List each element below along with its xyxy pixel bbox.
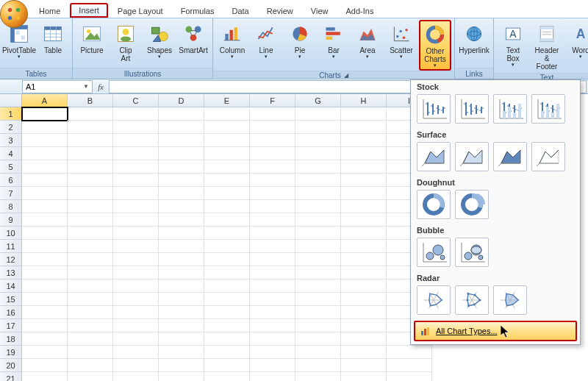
cell[interactable] [159, 266, 204, 279]
smartart-button[interactable]: SmartArt [177, 20, 209, 57]
cell[interactable] [22, 359, 68, 372]
cell[interactable] [204, 253, 250, 266]
row-header[interactable]: 2 [0, 121, 22, 134]
cell[interactable] [22, 332, 68, 346]
cell[interactable] [250, 227, 295, 240]
cell[interactable] [159, 319, 204, 332]
row-header[interactable]: 19 [0, 346, 22, 359]
row-header[interactable]: 14 [0, 279, 22, 293]
column-header[interactable]: B [68, 94, 113, 107]
cell[interactable] [204, 147, 250, 160]
chart-type-stock-2[interactable] [493, 94, 527, 124]
cell[interactable] [159, 240, 204, 253]
clip-art-button[interactable]: Clip Art [110, 20, 142, 65]
cell[interactable] [295, 319, 341, 332]
cell[interactable] [204, 134, 250, 147]
cell[interactable] [113, 319, 159, 332]
cell[interactable] [250, 319, 295, 332]
cell[interactable] [250, 187, 295, 200]
line-button[interactable]: Line▾ [250, 20, 282, 61]
cell[interactable] [250, 213, 295, 227]
cell[interactable] [341, 266, 387, 279]
cell[interactable] [22, 346, 68, 359]
name-box[interactable]: A1 ▼ [22, 80, 93, 93]
cell[interactable] [387, 346, 432, 359]
cell[interactable] [68, 306, 113, 319]
column-header[interactable]: E [204, 94, 250, 107]
insert-function-button[interactable]: fx [93, 82, 109, 91]
cell[interactable] [22, 160, 68, 174]
cell[interactable] [113, 240, 159, 253]
cell[interactable] [204, 227, 250, 240]
cell[interactable] [113, 293, 159, 306]
chart-type-surface-0[interactable] [417, 142, 451, 171]
cell[interactable] [204, 174, 250, 187]
cell[interactable] [113, 121, 159, 134]
all-chart-types-button[interactable]: All Chart Types... [414, 321, 577, 341]
cell[interactable] [250, 200, 295, 213]
tab-review[interactable]: Review [259, 3, 301, 18]
tab-insert[interactable]: Insert [70, 3, 108, 18]
cell[interactable] [68, 200, 113, 213]
cell[interactable] [204, 107, 250, 121]
cell[interactable] [295, 332, 341, 346]
cell[interactable] [159, 174, 204, 187]
scatter-button[interactable]: Scatter▾ [385, 20, 417, 61]
cell[interactable] [159, 121, 204, 134]
cell[interactable] [159, 200, 204, 213]
cell[interactable] [68, 293, 113, 306]
chart-type-bubble-0[interactable] [417, 238, 451, 267]
cell[interactable] [204, 346, 250, 359]
chart-type-bubble-1[interactable] [455, 238, 489, 267]
cell[interactable] [68, 147, 113, 160]
cell[interactable] [113, 332, 159, 346]
cell[interactable] [68, 332, 113, 346]
cell[interactable] [22, 187, 68, 200]
text-box-button[interactable]: AText Box▾ [497, 20, 529, 69]
row-header[interactable]: 18 [0, 332, 22, 346]
picture-button[interactable]: Picture [76, 20, 108, 57]
cell[interactable] [113, 306, 159, 319]
row-header[interactable]: 3 [0, 134, 22, 147]
row-header[interactable]: 13 [0, 266, 22, 279]
cell[interactable] [22, 306, 68, 319]
other-charts-button[interactable]: Other Charts▾ [419, 20, 451, 71]
tab-data[interactable]: Data [223, 3, 257, 18]
row-header[interactable]: 9 [0, 213, 22, 227]
cell[interactable] [113, 147, 159, 160]
chart-type-surface-2[interactable] [493, 142, 527, 171]
cell[interactable] [341, 107, 387, 121]
cell[interactable] [250, 160, 295, 174]
cell[interactable] [250, 332, 295, 346]
cell[interactable] [68, 240, 113, 253]
cell[interactable] [295, 200, 341, 213]
cell[interactable] [159, 279, 204, 293]
cell[interactable] [159, 306, 204, 319]
shapes-button[interactable]: Shapes▾ [143, 20, 176, 61]
cell[interactable] [341, 227, 387, 240]
cell[interactable] [341, 253, 387, 266]
cell[interactable] [113, 160, 159, 174]
chart-type-stock-1[interactable] [455, 94, 489, 124]
cell[interactable] [341, 160, 387, 174]
cell[interactable] [159, 134, 204, 147]
tab-page-layout[interactable]: Page Layout [110, 3, 171, 18]
cell[interactable] [250, 253, 295, 266]
cell[interactable] [295, 121, 341, 134]
cell[interactable] [113, 174, 159, 187]
table-button[interactable]: Table [37, 20, 69, 57]
word-button[interactable]: AWord▾ [564, 20, 588, 61]
cell[interactable] [113, 253, 159, 266]
cell[interactable] [250, 240, 295, 253]
row-header[interactable]: 11 [0, 240, 22, 253]
cell[interactable] [159, 227, 204, 240]
cell[interactable] [250, 293, 295, 306]
column-button[interactable]: Column▾ [216, 20, 248, 61]
chart-type-doughnut-0[interactable] [417, 190, 451, 219]
cell[interactable] [22, 372, 68, 381]
row-header[interactable]: 12 [0, 253, 22, 266]
cell[interactable] [113, 279, 159, 293]
cell[interactable] [22, 240, 68, 253]
cell[interactable] [113, 187, 159, 200]
chart-type-surface-1[interactable] [455, 142, 489, 171]
